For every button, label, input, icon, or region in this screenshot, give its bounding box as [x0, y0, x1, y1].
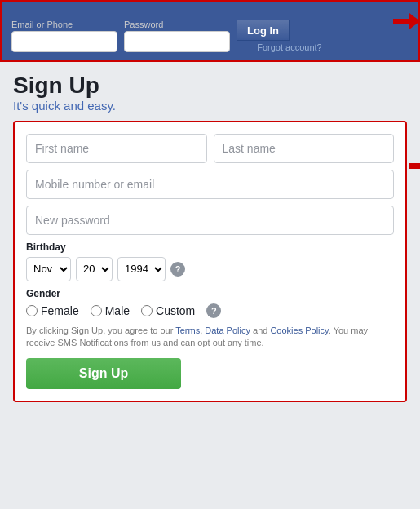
- gender-custom-radio[interactable]: [141, 305, 153, 316]
- mobile-row: [26, 170, 394, 199]
- form-arrow-container: [409, 158, 420, 175]
- email-input[interactable]: [11, 31, 117, 52]
- mobile-input[interactable]: [26, 170, 394, 199]
- arrow-body-form: [409, 163, 420, 169]
- gender-label: Gender: [26, 288, 394, 299]
- gender-female-radio[interactable]: [26, 305, 38, 316]
- gender-custom-label: Custom: [156, 304, 195, 317]
- arrow-head-top: [409, 13, 420, 29]
- password-row: [26, 206, 394, 235]
- gender-male-label: Male: [105, 304, 130, 317]
- gender-male-option[interactable]: Male: [91, 304, 130, 317]
- arrow-body-top: [393, 19, 409, 24]
- gender-female-option[interactable]: Female: [26, 304, 79, 317]
- main-content: Sign Up It's quick and easy. Birthday No…: [0, 62, 420, 414]
- email-field-group: Email or Phone: [11, 20, 117, 52]
- signup-form: Birthday Nov JanFebMar AprMayJun JulAugS…: [13, 121, 407, 402]
- birthday-month-select[interactable]: Nov JanFebMar AprMayJun JulAugSep OctDec: [26, 257, 71, 281]
- cookies-policy-link[interactable]: Cookies Policy: [270, 325, 328, 335]
- gender-row: Female Male Custom ?: [26, 303, 394, 318]
- firstname-input[interactable]: [26, 134, 207, 163]
- lastname-input[interactable]: [214, 134, 395, 163]
- data-policy-link[interactable]: Data Policy: [205, 325, 250, 335]
- signup-subtitle: It's quick and easy.: [13, 99, 407, 113]
- login-group: Log In Forgot account?: [237, 8, 343, 52]
- terms-text: By clicking Sign Up, you agree to our Te…: [26, 325, 394, 350]
- birthday-day-select[interactable]: 20 1234 5678 9101112 13141516 17181921 2…: [76, 257, 113, 281]
- gender-male-radio[interactable]: [91, 305, 102, 316]
- name-row: [26, 134, 394, 163]
- signup-title: Sign Up: [13, 73, 407, 99]
- login-button[interactable]: Log In: [237, 20, 290, 41]
- gender-help-icon[interactable]: ?: [206, 303, 221, 318]
- birthday-row: Nov JanFebMar AprMayJun JulAugSep OctDec…: [26, 257, 394, 281]
- password-field-group: Password: [124, 20, 230, 52]
- signup-button[interactable]: Sign Up: [26, 358, 181, 389]
- top-bar: Email or Phone Password Log In Forgot ac…: [0, 0, 420, 62]
- forgot-link[interactable]: Forgot account?: [237, 42, 343, 52]
- birthday-help-icon[interactable]: ?: [170, 262, 185, 277]
- password-label: Password: [124, 20, 230, 29]
- gender-female-label: Female: [41, 304, 79, 317]
- email-label: Email or Phone: [11, 20, 117, 29]
- password-input[interactable]: [124, 31, 230, 52]
- gender-custom-option[interactable]: Custom: [141, 304, 195, 317]
- top-arrow-container: [393, 13, 420, 29]
- terms-link[interactable]: Terms: [175, 325, 200, 335]
- new-password-input[interactable]: [26, 206, 394, 235]
- birthday-year-select[interactable]: 1994 199319921991 199019891988 198719861…: [117, 257, 166, 281]
- birthday-label: Birthday: [26, 241, 394, 253]
